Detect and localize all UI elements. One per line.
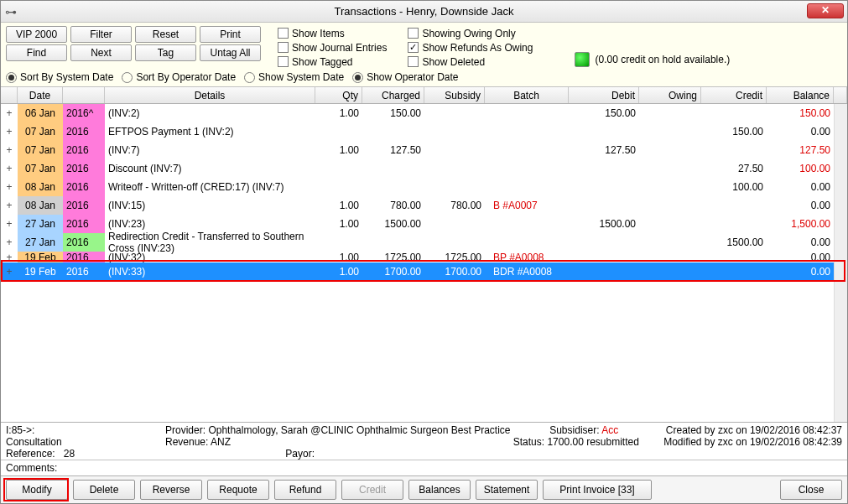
col-charged[interactable]: Charged: [362, 87, 424, 103]
close-button[interactable]: Close: [780, 480, 842, 500]
filter-b-2-label: Show Deleted: [422, 56, 485, 68]
grid-header: Date Details Qty Charged Subsidy Batch D…: [1, 87, 847, 104]
col-qty[interactable]: Qty: [315, 87, 362, 103]
modify-button[interactable]: Modify: [6, 480, 68, 500]
sort-system-date-label: Sort By System Date: [20, 71, 113, 83]
vip-button[interactable]: VIP 2000: [6, 26, 67, 43]
filter-a-0-checkbox[interactable]: ✓: [278, 28, 289, 39]
table-row[interactable]: +27 Jan2016Redirection Credit - Transfer…: [1, 233, 847, 252]
filter-b-0-checkbox[interactable]: ✓: [408, 28, 419, 39]
col-balance[interactable]: Balance: [767, 87, 834, 103]
reset-button[interactable]: Reset: [135, 26, 196, 43]
table-row[interactable]: +07 Jan2016(INV:7)1.00127.50127.50127.50: [1, 141, 847, 159]
filter-b-0-label: Showing Owing Only: [422, 28, 515, 39]
print-invoice-button[interactable]: Print Invoice [33]: [543, 480, 652, 500]
show-system-date-label: Show System Date: [258, 71, 344, 83]
sort-operator-date-radio[interactable]: [122, 72, 133, 83]
reverse-button[interactable]: Reverse: [140, 480, 202, 500]
close-icon[interactable]: ✕: [807, 3, 844, 18]
titlebar: ⊶ Transactions - Henry, Downside Jack ✕: [1, 1, 847, 23]
button-bar: Modify Delete Reverse Requote Refund Cre…: [1, 475, 847, 503]
filter-a-0-label: Show Items: [292, 28, 345, 39]
comments-label: Comments:: [6, 462, 57, 474]
reference-value: 28: [64, 448, 75, 460]
provider-label: Provider:: [165, 424, 205, 436]
table-row[interactable]: +19 Feb2016(INV:32)1.001725.001725.00BP …: [1, 252, 847, 262]
tag-button[interactable]: Tag: [135, 44, 196, 61]
info-type: Consultation: [6, 436, 165, 448]
expand-icon[interactable]: +: [1, 141, 18, 159]
col-subsidy[interactable]: Subsidy: [424, 87, 485, 103]
expand-icon[interactable]: +: [1, 104, 18, 122]
filter-b-1-label: Show Refunds As Owing: [422, 42, 533, 54]
col-debit[interactable]: Debit: [569, 87, 639, 103]
subsidiser-label: Subsidiser:: [549, 424, 599, 436]
info-panel: I:85->: Provider: Ophthalmology, Sarah @…: [1, 422, 847, 460]
col-details[interactable]: Details: [105, 87, 315, 103]
expand-icon[interactable]: +: [1, 196, 18, 215]
show-operator-date-radio[interactable]: [352, 72, 363, 83]
filter-a-2-label: Show Tagged: [292, 56, 353, 68]
expand-icon[interactable]: +: [1, 122, 18, 141]
vertical-scrollbar[interactable]: [834, 104, 847, 422]
expand-icon[interactable]: +: [1, 262, 18, 281]
show-operator-date-label: Show Operator Date: [367, 71, 458, 83]
expand-icon[interactable]: +: [1, 252, 18, 262]
delete-button[interactable]: Delete: [73, 480, 135, 500]
credit-on-hold: (0.00 credit on hold available.): [575, 52, 730, 67]
credit-hold-text: (0.00 credit on hold available.): [595, 54, 730, 65]
balances-button[interactable]: Balances: [408, 480, 471, 500]
show-system-date-radio[interactable]: [244, 72, 255, 83]
provider-value: Ophthalmology, Sarah @CLINIC Ophthalmic …: [208, 424, 510, 436]
revenue-label: Revenue:: [165, 436, 208, 448]
modified-by: Modified by zxc on 19/02/2016 08:42:39: [649, 436, 842, 448]
filter-a-2-checkbox[interactable]: ✓: [278, 56, 289, 67]
expand-icon[interactable]: +: [1, 215, 18, 233]
toolbar-area: VIP 2000 Filter Reset Print Find Next Ta…: [1, 23, 847, 87]
untag-all-button[interactable]: Untag All: [200, 44, 261, 61]
table-row[interactable]: +08 Jan2016Writeoff - Written-off (CRED:…: [1, 178, 847, 196]
table-row[interactable]: +06 Jan2016^(INV:2)1.00150.00150.00150.0…: [1, 104, 847, 122]
col-credit[interactable]: Credit: [701, 87, 767, 103]
refund-button[interactable]: Refund: [274, 480, 336, 500]
table-row[interactable]: +19 Feb2016(INV:33)1.001700.001700.00BDR…: [1, 262, 847, 281]
subsidiser-value: Acc: [601, 424, 618, 436]
credit-button: Credit: [341, 480, 403, 500]
comments-bar: Comments:: [1, 460, 847, 475]
find-button[interactable]: Find: [6, 44, 67, 61]
info-jobref: I:85->:: [6, 424, 165, 436]
col-owing[interactable]: Owing: [639, 87, 701, 103]
statement-button[interactable]: Statement: [476, 480, 538, 500]
table-row[interactable]: +07 Jan2016Discount (INV:7)27.50100.00: [1, 159, 847, 178]
created-by: Created by zxc on 19/02/2016 08:42:37: [649, 424, 842, 436]
sort-system-date-radio[interactable]: [6, 72, 17, 83]
reference-label: Reference:: [6, 448, 55, 460]
window-title: Transactions - Henry, Downside Jack: [1, 5, 847, 18]
col-date[interactable]: Date: [18, 87, 63, 103]
status-value: 1700.00 resubmitted: [547, 436, 638, 448]
filter-a-1-label: Show Journal Entries: [292, 42, 387, 54]
key-icon: ⊶: [1, 5, 21, 18]
expand-icon[interactable]: +: [1, 178, 18, 196]
next-button[interactable]: Next: [70, 44, 132, 61]
table-row[interactable]: +07 Jan2016EFTPOS Payment 1 (INV:2)150.0…: [1, 122, 847, 141]
sort-operator-date-label: Sort By Operator Date: [136, 71, 236, 83]
col-batch[interactable]: Batch: [485, 87, 569, 103]
status-label: Status:: [513, 436, 544, 448]
revenue-value: ANZ: [211, 436, 231, 448]
grid-body: +06 Jan2016^(INV:2)1.00150.00150.00150.0…: [1, 104, 847, 422]
table-row[interactable]: +08 Jan2016(INV:15)1.00780.00780.00B #A0…: [1, 196, 847, 215]
print-button[interactable]: Print: [200, 26, 261, 43]
filter-b-1-checkbox[interactable]: ✓: [408, 42, 419, 53]
payor-label: Payor:: [285, 448, 315, 460]
filter-button[interactable]: Filter: [70, 26, 132, 43]
expand-icon[interactable]: +: [1, 159, 18, 178]
filter-a-1-checkbox[interactable]: ✓: [278, 42, 289, 53]
filter-b-2-checkbox[interactable]: ✓: [408, 56, 419, 67]
transactions-window: ⊶ Transactions - Henry, Downside Jack ✕ …: [0, 0, 848, 504]
requote-button[interactable]: Requote: [207, 480, 269, 500]
expand-icon[interactable]: +: [1, 233, 18, 252]
status-orb-icon: [575, 52, 590, 67]
